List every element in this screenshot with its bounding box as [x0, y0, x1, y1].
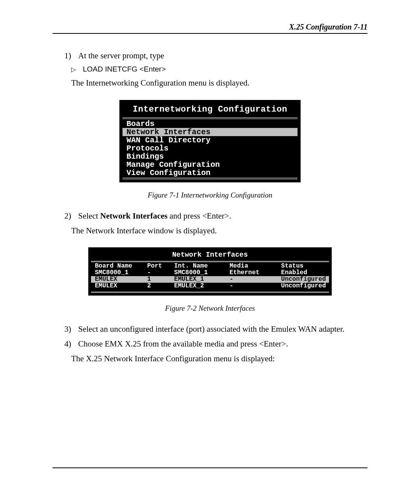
table-row[interactable]: EMULEX 2 EMULEX_2 - Unconfigured: [91, 283, 329, 289]
step-4-follow: The X.25 Network Interface Configuration…: [71, 353, 368, 364]
table-row[interactable]: SMC8000_1 - SMC8000_1 Ethernet Enabled: [91, 270, 329, 276]
step-number: 4): [52, 338, 78, 349]
step-1: 1) At the server prompt, type: [52, 50, 368, 61]
menu-item-protocols[interactable]: Protocols: [122, 144, 297, 152]
menu-item-view-configuration[interactable]: View Configuration: [122, 169, 297, 177]
cell: 1: [145, 276, 172, 283]
menu-item-boards[interactable]: Boards: [122, 120, 297, 128]
step-2-post: and press <Enter>.: [168, 211, 231, 220]
cell: EMULEX: [91, 283, 145, 289]
menu-item-network-interfaces[interactable]: Network Interfaces: [122, 128, 297, 136]
cell: -: [228, 276, 280, 283]
step-text: Select Network Interfaces and press <Ent…: [78, 210, 368, 221]
terminal-menu: Internetworking Configuration Boards Net…: [119, 100, 300, 182]
cell: EMULEX: [91, 276, 145, 283]
col-board-name: Board Name: [91, 263, 145, 270]
table-header-row: Board Name Port Int. Name Media Status: [91, 263, 329, 270]
step-4: 4) Choose EMX X.25 from the available me…: [52, 338, 368, 349]
cell: -: [228, 283, 280, 289]
figure-7-1: Internetworking Configuration Boards Net…: [52, 100, 368, 182]
terminal-title: Internetworking Configuration: [122, 103, 297, 117]
table-row[interactable]: EMULEX 1 EMULEX_1 - Unconfigured: [91, 276, 329, 283]
cell: Unconfigured: [280, 283, 329, 289]
cell: -: [145, 270, 172, 276]
page-header: X.25 Configuration 7-11: [52, 23, 368, 34]
terminal-title: Network Interfaces: [91, 250, 329, 261]
step-2-follow: The Network Interface window is displaye…: [71, 225, 368, 236]
col-int-name: Int. Name: [173, 263, 228, 270]
figure-7-2-caption: Figure 7-2 Network Interfaces: [52, 304, 368, 313]
step-text: Choose EMX X.25 from the available media…: [78, 338, 368, 349]
cell: 2: [145, 283, 172, 289]
step-3: 3) Select an unconfigured interface (por…: [52, 324, 368, 334]
cell: Unconfigured: [280, 276, 329, 283]
figure-7-2: Network Interfaces Board Name Port Int. …: [52, 247, 368, 295]
step-1-follow: The Internetworking Configuration menu i…: [71, 77, 368, 89]
header-title: X.25 Configuration 7-11: [289, 23, 368, 31]
document-page: X.25 Configuration 7-11 1) At the server…: [0, 0, 420, 504]
step-2-bold: Network Interfaces: [100, 211, 168, 220]
command-line: ▷ LOAD INETCFG <Enter>: [71, 65, 368, 74]
menu-item-bindings[interactable]: Bindings: [122, 152, 297, 161]
menu-item-wan-call-directory[interactable]: WAN Call Directory: [122, 136, 297, 144]
page-footer-rule: [52, 467, 368, 468]
cell: Ethernet: [228, 270, 280, 276]
step-number: 1): [52, 50, 78, 61]
cell: Enabled: [280, 270, 329, 276]
command-text: LOAD INETCFG <Enter>: [83, 65, 166, 74]
step-number: 3): [52, 324, 78, 334]
step-text: At the server prompt, type: [78, 50, 368, 61]
menu-item-manage-configuration[interactable]: Manage Configuration: [122, 161, 297, 169]
terminal-body: Board Name Port Int. Name Media Status S…: [91, 261, 329, 292]
terminal-body: Boards Network Interfaces WAN Call Direc…: [122, 117, 297, 179]
cell: EMULEX_2: [173, 283, 228, 289]
cell: EMULEX_1: [173, 276, 228, 283]
col-port: Port: [145, 263, 172, 270]
triangle-icon: ▷: [71, 66, 83, 73]
step-text: Select an unconfigured interface (port) …: [78, 324, 368, 334]
cell: SMC8000_1: [91, 270, 145, 276]
step-2: 2) Select Network Interfaces and press <…: [52, 210, 368, 221]
figure-7-1-caption: Figure 7-1 Internetworking Configuration: [52, 191, 368, 200]
interfaces-table: Board Name Port Int. Name Media Status S…: [91, 263, 329, 289]
terminal-table: Network Interfaces Board Name Port Int. …: [88, 247, 332, 295]
step-2-pre: Select: [78, 211, 100, 220]
col-status: Status: [280, 263, 329, 270]
cell: SMC8000_1: [173, 270, 228, 276]
step-number: 2): [52, 210, 78, 221]
col-media: Media: [228, 263, 280, 270]
